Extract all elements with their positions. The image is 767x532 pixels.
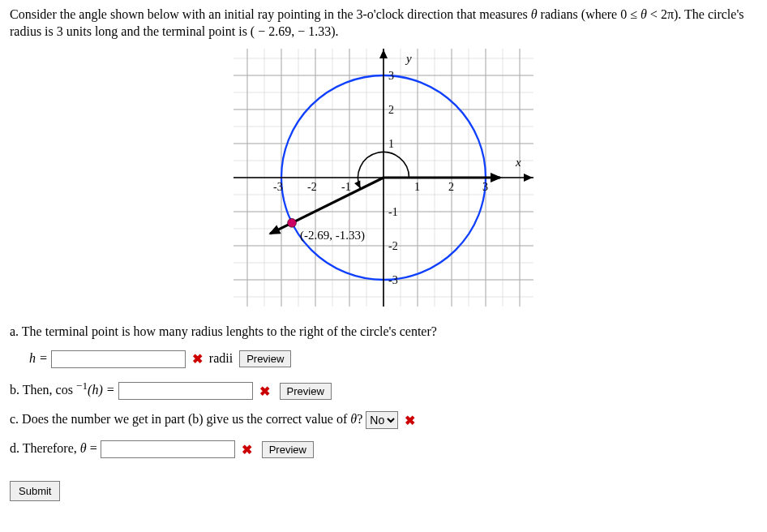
c-post: ? xyxy=(357,412,366,426)
svg-text:(-2.69, -1.33): (-2.69, -1.33) xyxy=(300,228,365,242)
prob-mid: radians (where 0 ≤ xyxy=(538,7,641,21)
svg-text:2: 2 xyxy=(388,104,394,116)
part-d-row: d. Therefore, θ = ✖ Preview xyxy=(10,440,757,458)
part-a-input[interactable] xyxy=(51,350,186,368)
b-sup: −1 xyxy=(76,380,88,392)
svg-marker-75 xyxy=(354,180,360,188)
svg-text:-1: -1 xyxy=(341,181,351,193)
wrong-icon: ✖ xyxy=(192,352,203,366)
svg-text:-1: -1 xyxy=(388,206,398,218)
d-mid: = xyxy=(87,441,101,455)
part-d-input[interactable] xyxy=(101,440,235,458)
svg-marker-72 xyxy=(491,173,502,182)
svg-text:1: 1 xyxy=(414,181,420,193)
prob-point: ( − 2.69, − 1.33) xyxy=(251,24,336,38)
radii-unit: radii xyxy=(206,350,233,364)
h-label: h = xyxy=(29,350,51,364)
svg-text:-2: -2 xyxy=(388,240,398,252)
wrong-icon: ✖ xyxy=(405,414,415,427)
svg-text:3: 3 xyxy=(482,181,488,193)
b-post: (h) = xyxy=(88,383,118,397)
c-theta: θ xyxy=(350,412,357,426)
d-pre: d. Therefore, xyxy=(10,441,80,455)
theta-sym: θ xyxy=(531,7,538,21)
svg-marker-56 xyxy=(379,49,388,58)
d-theta: θ xyxy=(80,441,87,455)
problem-statement: Consider the angle shown below with an i… xyxy=(10,6,757,41)
svg-marker-55 xyxy=(524,174,533,182)
prob-end: . xyxy=(336,24,339,38)
angle-graph: -3-2-1123-3-2-1123yx(-2.69, -1.33) xyxy=(10,49,757,310)
prob-pre: Consider the angle shown below with an i… xyxy=(10,7,531,21)
wrong-icon: ✖ xyxy=(259,384,270,398)
svg-text:-3: -3 xyxy=(273,181,283,193)
c-pre: c. Does the number we get in part (b) gi… xyxy=(10,412,350,426)
part-c-row: c. Does the number we get in part (b) gi… xyxy=(10,411,757,429)
svg-point-76 xyxy=(288,218,297,227)
svg-text:y: y xyxy=(405,52,412,65)
part-a-input-row: h = ✖ radii Preview xyxy=(29,350,757,368)
part-c-select[interactable]: No xyxy=(366,411,398,429)
part-b-row: b. Then, cos −1(h) = ✖ Preview xyxy=(10,380,757,401)
svg-text:3: 3 xyxy=(388,70,394,82)
preview-button-d[interactable]: Preview xyxy=(262,441,314,458)
part-b-input[interactable] xyxy=(118,382,253,400)
wrong-icon: ✖ xyxy=(242,443,252,457)
submit-button[interactable]: Submit xyxy=(10,481,60,501)
preview-button-a[interactable]: Preview xyxy=(239,350,291,367)
svg-text:-3: -3 xyxy=(388,274,398,286)
part-a-text: a. The terminal point is how many radius… xyxy=(10,324,757,339)
theta-sym2: θ xyxy=(641,7,647,21)
svg-text:-2: -2 xyxy=(307,181,317,193)
svg-text:1: 1 xyxy=(388,138,394,150)
preview-button-b[interactable]: Preview xyxy=(280,383,332,400)
b-pre: b. Then, cos xyxy=(10,383,76,397)
svg-text:2: 2 xyxy=(448,181,454,193)
svg-text:x: x xyxy=(515,156,521,169)
